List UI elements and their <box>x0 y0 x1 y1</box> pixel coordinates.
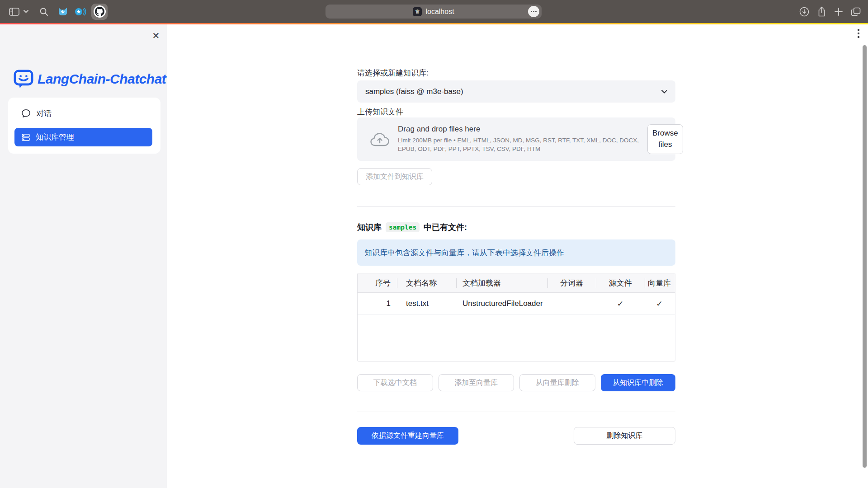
add-to-vectorstore-button[interactable]: 添加至向量库 <box>439 374 514 391</box>
info-message: 知识库中包含源文件与向量库，请从下表中选择文件后操作 <box>364 248 564 258</box>
search-icon[interactable] <box>39 7 48 16</box>
sidebar-toggle-icon[interactable] <box>9 8 19 16</box>
sidebar-item-label: 对话 <box>36 108 52 119</box>
logo-chat-icon <box>14 70 33 89</box>
dropzone-limit-text: Limit 200MB per file • EML, HTML, JSON, … <box>398 136 647 154</box>
browse-files-button[interactable]: Browse files <box>647 124 683 154</box>
logo-text: LangChain-Chatchat <box>38 71 166 87</box>
app-logo: LangChain-Chatchat <box>14 70 166 89</box>
download-icon[interactable] <box>799 7 809 17</box>
divider <box>357 412 675 412</box>
cell-source-check: ✓ <box>596 293 645 314</box>
col-header-filename: 文档名称 <box>397 273 456 292</box>
chevron-down-icon <box>661 90 667 94</box>
circles-star-extension-icon[interactable] <box>74 7 86 17</box>
dropzone-title: Drag and drop files here <box>398 125 647 134</box>
add-files-to-kb-button[interactable]: 添加文件到知识库 <box>357 168 432 185</box>
cell-vector-check: ✓ <box>645 293 674 314</box>
kb-files-table: 序号 文档名称 文档加载器 分词器 源文件 向量库 1 test.txt Uns… <box>357 273 675 361</box>
kb-selectbox[interactable]: samples (faiss @ m3e-base) <box>357 80 675 103</box>
heading-prefix: 知识库 <box>357 222 382 233</box>
kb-footer-actions: 依据源文件重建向量库 删除知识库 <box>357 427 675 445</box>
chevron-down-icon[interactable] <box>24 10 28 13</box>
delete-from-kb-button[interactable]: 从知识库中删除 <box>601 374 676 391</box>
download-selected-button[interactable]: 下载选中文档 <box>357 374 433 391</box>
col-header-loader: 文档加载器 <box>456 273 547 292</box>
browser-toolbar: ♛ localhost <box>0 0 868 23</box>
kb-select-label: 请选择或新建知识库: <box>357 68 429 78</box>
site-favicon: ♛ <box>413 7 422 16</box>
url-text: localhost <box>425 8 454 16</box>
sidebar-item-chat[interactable]: 对话 <box>14 103 152 124</box>
sidebar-menu: 对话 知识库管理 <box>8 98 160 154</box>
kb-name-code: samples <box>386 222 420 232</box>
address-bar[interactable]: ♛ localhost <box>326 5 542 19</box>
col-header-vector: 向量库 <box>645 273 674 292</box>
app-menu-icon[interactable] <box>858 29 859 38</box>
github-mark <box>94 5 106 18</box>
col-header-index: 序号 <box>358 273 397 292</box>
remove-from-vectorstore-button[interactable]: 从向量库删除 <box>519 374 595 391</box>
main-content: 请选择或新建知识库: samples (faiss @ m3e-base) 上传… <box>357 24 675 488</box>
sidebar-close-icon[interactable]: ✕ <box>150 30 162 42</box>
kb-selected-value: samples (faiss @ m3e-base) <box>365 87 661 96</box>
rebuild-vectorstore-button[interactable]: 依据源文件重建向量库 <box>357 427 458 445</box>
github-extension-icon[interactable] <box>91 4 108 20</box>
table-header-row: 序号 文档名称 文档加载器 分词器 源文件 向量库 <box>358 273 675 293</box>
heading-suffix: 中已有文件: <box>424 222 467 233</box>
file-dropzone[interactable]: Drag and drop files here Limit 200MB per… <box>357 117 675 161</box>
cloud-upload-icon <box>370 131 390 147</box>
sidebar-item-knowledge-base[interactable]: 知识库管理 <box>14 128 152 146</box>
vertical-scrollbar[interactable] <box>863 45 867 468</box>
divider <box>357 206 675 207</box>
file-action-buttons: 下载选中文档 添加至向量库 从向量库删除 从知识库中删除 <box>357 374 675 391</box>
share-icon[interactable] <box>817 6 826 17</box>
kb-files-heading: 知识库 samples 中已有文件: <box>357 222 467 233</box>
page-settings-icon[interactable] <box>528 6 539 17</box>
upload-label: 上传知识文件 <box>357 107 403 117</box>
app-sidebar: ✕ LangChain-Chatchat 对话 <box>0 24 167 488</box>
info-alert: 知识库中包含源文件与向量库，请从下表中选择文件后操作 <box>357 239 675 266</box>
cell-filename: test.txt <box>397 293 456 314</box>
cell-index: 1 <box>358 293 397 314</box>
chat-bubble-icon <box>21 109 31 118</box>
cell-splitter <box>547 293 596 314</box>
table-row[interactable]: 1 test.txt UnstructuredFileLoader ✓ ✓ <box>358 293 675 315</box>
database-stack-icon <box>21 133 30 142</box>
col-header-source: 源文件 <box>596 273 645 292</box>
sidebar-item-label: 知识库管理 <box>36 132 74 142</box>
col-header-splitter: 分词器 <box>547 273 596 292</box>
cell-loader: UnstructuredFileLoader <box>456 293 547 314</box>
delete-kb-button[interactable]: 删除知识库 <box>574 427 675 445</box>
tabs-overview-icon[interactable] <box>851 7 861 16</box>
new-tab-icon[interactable] <box>834 7 843 16</box>
cat-download-extension-icon[interactable] <box>58 7 68 16</box>
